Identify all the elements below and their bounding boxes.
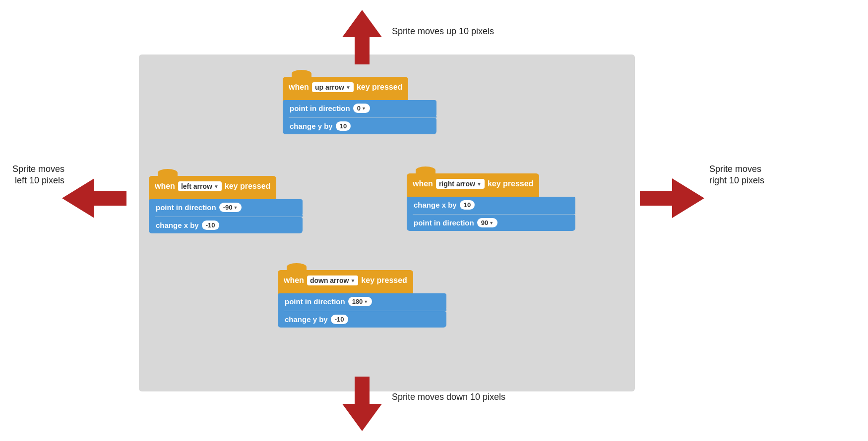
up-key-value: up arrow	[315, 83, 344, 91]
left-cmd1-block[interactable]: point in direction -90	[149, 199, 303, 216]
left-key-value: left arrow	[181, 182, 212, 190]
up-key-pressed-label: key pressed	[357, 83, 403, 92]
right-key-pressed-label: key pressed	[488, 179, 534, 188]
right-block-group: when right arrow key pressed change x by…	[407, 173, 575, 231]
top-annotation: Sprite moves up 10 pixels	[392, 26, 494, 37]
right-annotation: Sprite moves right 10 pixels	[709, 164, 764, 187]
left-arrow-icon	[62, 178, 126, 218]
right-cmd2-block[interactable]: point in direction 90	[407, 215, 575, 231]
left-cmd1-label: point in direction	[156, 203, 216, 212]
down-key-dropdown[interactable]: down arrow	[307, 276, 358, 285]
down-cmd2-label: change y by	[285, 315, 328, 324]
left-cmd1-val[interactable]: -90	[219, 203, 242, 212]
right-cmd1-val[interactable]: 10	[460, 200, 475, 210]
right-key-value: right arrow	[439, 180, 475, 188]
up-key-dropdown[interactable]: up arrow	[312, 82, 354, 92]
down-cmd2-val[interactable]: -10	[331, 315, 348, 324]
svg-marker-1	[342, 377, 382, 431]
left-key-pressed-label: key pressed	[225, 182, 271, 191]
svg-marker-2	[62, 178, 126, 218]
down-cmd1-label: point in direction	[285, 297, 345, 306]
left-block-group: when left arrow key pressed point in dir…	[149, 176, 303, 233]
down-key-pressed-label: key pressed	[361, 276, 407, 285]
down-arrow-icon	[337, 377, 387, 431]
svg-marker-0	[342, 10, 382, 64]
right-hat-block[interactable]: when right arrow key pressed	[407, 173, 539, 195]
up-hat-block[interactable]: when up arrow key pressed	[283, 77, 408, 99]
left-cmd2-block[interactable]: change x by -10	[149, 217, 303, 233]
right-cmd1-label: change x by	[414, 201, 457, 209]
up-cmd2-val[interactable]: 10	[336, 121, 351, 131]
right-cmd1-block[interactable]: change x by 10	[407, 197, 575, 213]
up-cmd1-label: point in direction	[290, 104, 350, 112]
right-key-dropdown[interactable]: right arrow	[436, 179, 485, 189]
left-key-dropdown[interactable]: left arrow	[178, 181, 222, 191]
down-cmd1-val[interactable]: 180	[348, 297, 372, 306]
down-cmd1-block[interactable]: point in direction 180	[278, 293, 446, 310]
down-block-group: when down arrow key pressed point in dir…	[278, 270, 446, 328]
up-cmd2-label: change y by	[290, 122, 333, 130]
up-arrow-icon	[337, 10, 387, 64]
up-when-label: when	[289, 83, 309, 92]
down-cmd2-block[interactable]: change y by -10	[278, 311, 446, 328]
up-cmd1-val[interactable]: 0	[353, 104, 370, 113]
down-key-value: down arrow	[310, 276, 349, 284]
down-hat-block[interactable]: when down arrow key pressed	[278, 270, 413, 292]
right-cmd2-val[interactable]: 90	[477, 218, 497, 227]
up-block-group: when up arrow key pressed point in direc…	[283, 77, 436, 134]
up-cmd1-block[interactable]: point in direction 0	[283, 100, 436, 116]
left-cmd2-label: change x by	[156, 221, 199, 229]
up-cmd2-block[interactable]: change y by 10	[283, 118, 436, 134]
bottom-annotation: Sprite moves down 10 pixels	[392, 391, 505, 403]
right-arrow-icon	[640, 178, 704, 218]
left-annotation: Sprite moves left 10 pixels	[10, 164, 64, 187]
right-cmd2-label: point in direction	[414, 219, 474, 227]
right-when-label: when	[413, 179, 433, 188]
left-when-label: when	[155, 182, 175, 191]
down-when-label: when	[284, 276, 304, 285]
left-cmd2-val[interactable]: -10	[202, 220, 219, 230]
left-hat-block[interactable]: when left arrow key pressed	[149, 176, 276, 198]
svg-marker-3	[640, 178, 704, 218]
